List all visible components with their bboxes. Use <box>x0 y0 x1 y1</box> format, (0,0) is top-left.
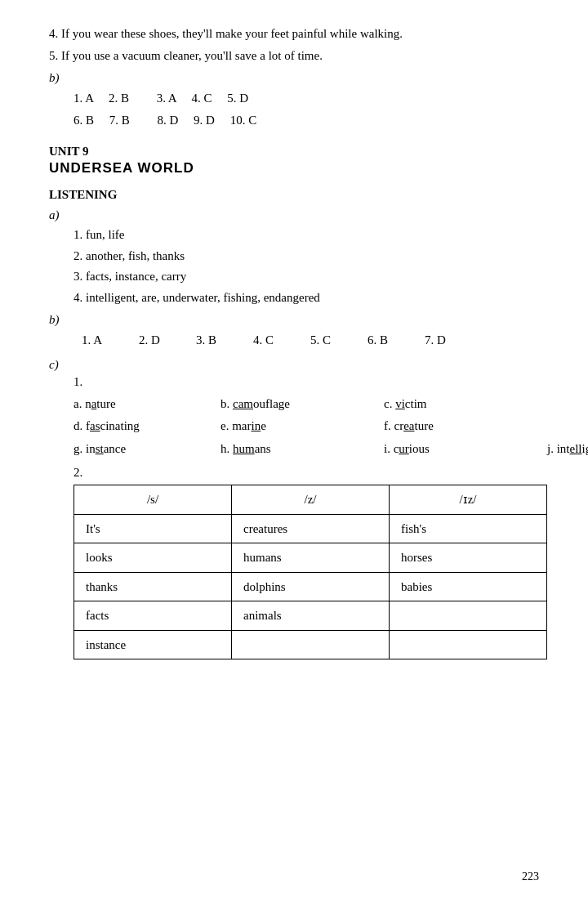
table-cell: thanks <box>74 572 232 601</box>
table-cell: It's <box>74 514 232 543</box>
vocab-row-1: a. nature b. camouflage c. victim <box>74 394 539 415</box>
answer-row-2: 6. B 7. B 8. D 9. D 10. C <box>74 110 539 130</box>
table-cell: dolphins <box>232 572 390 601</box>
vocab-row-3: g. instance h. humans i. curious j. inte… <box>74 439 539 460</box>
subsection-a-label: a) <box>49 208 539 222</box>
b-ans-2: 2. D <box>139 330 180 351</box>
b-ans-1: 1. A <box>82 330 122 351</box>
vocab-g: g. instance <box>74 439 220 460</box>
table-cell <box>390 630 547 659</box>
table-header-s: /s/ <box>74 485 232 515</box>
table-row: It's creatures fish's <box>74 514 547 543</box>
page-number: 223 <box>522 870 539 883</box>
section-c-number1: 1. <box>74 375 539 389</box>
subsection-b-label: b) <box>49 313 539 327</box>
answer-row-1: 1. A 2. B 3. A 4. C 5. D <box>74 88 539 108</box>
table-cell: humans <box>232 543 390 573</box>
table-cell: creatures <box>232 514 390 543</box>
vocab-grid: a. nature b. camouflage c. victim d. fas… <box>74 394 539 460</box>
listening-item-3: 3. facts, instance, carry <box>74 267 539 286</box>
top-item-4: 4. If you wear these shoes, they'll make… <box>49 25 539 43</box>
table-cell: looks <box>74 543 232 573</box>
b-ans-4: 4. C <box>253 330 294 351</box>
table-row: looks humans horses <box>74 543 547 573</box>
vocab-e: e. marine <box>220 416 384 437</box>
listening-heading: LISTENING <box>49 188 539 202</box>
b-ans-3: 3. B <box>196 330 237 351</box>
vocab-c: c. victim <box>384 394 547 415</box>
table-row: instance <box>74 630 547 659</box>
b-ans-7: 7. D <box>425 330 466 351</box>
subsection-c-label: c) <box>49 358 539 372</box>
vocab-a: a. nature <box>74 394 220 415</box>
table-cell: fish's <box>390 514 547 543</box>
table-cell: facts <box>74 601 232 631</box>
table-cell: horses <box>390 543 547 573</box>
vocab-row-2: d. fascinating e. marine f. creature <box>74 416 539 437</box>
vocab-d: d. fascinating <box>74 416 220 437</box>
table-row: facts animals <box>74 601 547 631</box>
vocab-j: j. intelligent <box>547 439 588 460</box>
listening-item-4: 4. intelligent, are, underwater, fishing… <box>74 288 539 307</box>
listening-items-a: 1. fun, life 2. another, fish, thanks 3.… <box>74 226 539 306</box>
listening-answers-b: 1. A 2. D 3. B 4. C 5. C 6. B 7. D <box>82 330 539 351</box>
vocab-i: i. curious <box>384 439 547 460</box>
listening-item-1: 1. fun, life <box>74 226 539 244</box>
table-header-z: /z/ <box>232 485 390 515</box>
table-row: thanks dolphins babies <box>74 572 547 601</box>
unit-title: UNDERSEA WORLD <box>49 160 539 177</box>
table-cell: animals <box>232 601 390 631</box>
vocab-b: b. camouflage <box>220 394 384 415</box>
table-cell: instance <box>74 630 232 659</box>
b-ans-5: 5. C <box>310 330 351 351</box>
unit-label: UNIT 9 <box>49 145 539 159</box>
table-cell: babies <box>390 572 547 601</box>
vocab-f: f. creature <box>384 416 547 437</box>
section-c-number2: 2. <box>74 466 539 480</box>
b-ans-6: 6. B <box>368 330 408 351</box>
section-b-label: b) <box>49 71 539 85</box>
top-item-5: 5. If you use a vacuum cleaner, you'll s… <box>49 47 539 65</box>
page: 4. If you wear these shoes, they'll make… <box>0 0 588 903</box>
table-cell <box>390 601 547 631</box>
listening-item-2: 2. another, fish, thanks <box>74 247 539 266</box>
table-cell <box>232 630 390 659</box>
pronunciation-table: /s/ /z/ /ɪz/ It's creatures fish's looks… <box>74 485 547 659</box>
table-header-iz: /ɪz/ <box>390 485 547 515</box>
vocab-h: h. humans <box>220 439 384 460</box>
